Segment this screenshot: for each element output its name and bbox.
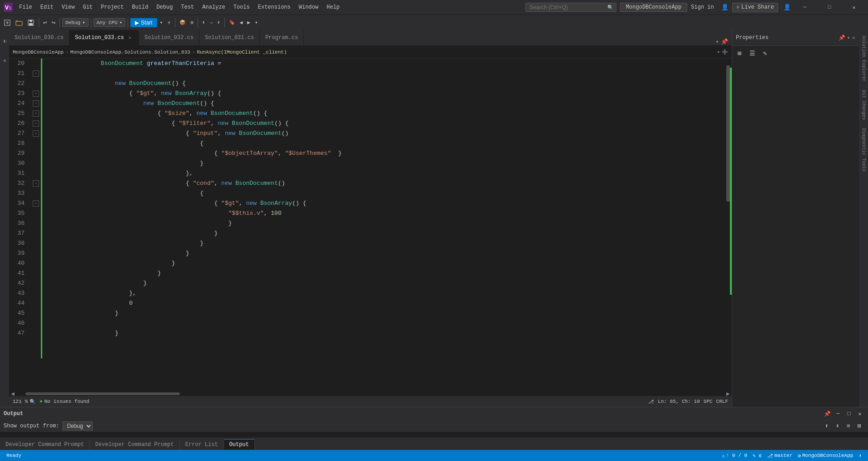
platform-dropdown[interactable]: Any CPU ▾ bbox=[94, 18, 126, 27]
menu-window[interactable]: Window bbox=[295, 3, 322, 11]
toolbar-step-over[interactable]: → bbox=[208, 19, 214, 26]
menu-help[interactable]: Help bbox=[323, 3, 343, 11]
attach-debugger[interactable]: ⚡ bbox=[165, 18, 173, 27]
output-pin[interactable]: 📌 bbox=[823, 409, 832, 418]
toolbar-bookmark-prev[interactable]: ◀ bbox=[238, 19, 245, 26]
output-close[interactable]: ✕ bbox=[855, 409, 864, 418]
breadcrumb-method[interactable]: RunAsync(IMongoClient _client) bbox=[197, 50, 287, 55]
menu-file[interactable]: File bbox=[15, 3, 36, 11]
menu-edit[interactable]: Edit bbox=[37, 3, 57, 11]
fold-icon-34[interactable]: − bbox=[33, 200, 39, 207]
tab-solution032[interactable]: Solution_032.cs bbox=[139, 30, 199, 45]
code-area[interactable]: BsonDocument greaterThanCriteria = new B… bbox=[42, 59, 725, 392]
breadcrumb-project[interactable]: MongoDBConsoleApp bbox=[13, 50, 64, 55]
output-icon-btn2[interactable]: ⬇ bbox=[833, 421, 843, 431]
solution-explorer-toggle[interactable]: Solution Explorer bbox=[860, 32, 867, 85]
toolbar-bookmark[interactable]: 🔖 bbox=[227, 19, 237, 26]
fold-icon-25[interactable]: − bbox=[33, 110, 39, 117]
sign-in-button[interactable]: Sign in bbox=[687, 3, 717, 11]
fold-icon-24[interactable]: − bbox=[33, 100, 39, 107]
fold-icon-26[interactable]: − bbox=[33, 120, 39, 127]
tab-dev-cmd-1[interactable]: Developer Command Prompt bbox=[0, 440, 90, 450]
editor-vscroll[interactable] bbox=[725, 59, 732, 392]
tab-solution033[interactable]: Solution_033.cs ✕ bbox=[69, 30, 139, 45]
tab-output[interactable]: Output bbox=[224, 439, 255, 450]
menu-build[interactable]: Build bbox=[128, 3, 152, 11]
close-button[interactable]: ✕ bbox=[843, 0, 864, 15]
toolbar-bookmark-more[interactable]: ▾ bbox=[253, 19, 260, 26]
editor-content: 20 21 22 23 24 25 26 27 28 29 30 31 32 3… bbox=[9, 59, 732, 392]
toolbar-redo[interactable]: ↪ bbox=[50, 18, 57, 27]
menu-test[interactable]: Test bbox=[178, 3, 198, 11]
breadcrumb-expand-icon[interactable]: ▾ bbox=[717, 49, 720, 55]
breadcrumb-close-icon[interactable]: ➕ bbox=[722, 49, 728, 55]
prop-grid-view[interactable]: ⊞ bbox=[734, 48, 745, 59]
toolbar-settings[interactable]: ⚙ bbox=[188, 19, 195, 26]
toolbar-save[interactable] bbox=[25, 18, 36, 27]
toolbar-publish[interactable]: 📦 bbox=[178, 19, 188, 26]
tab-program[interactable]: Program.cs bbox=[260, 30, 304, 45]
output-icon-btn1[interactable]: ⬆ bbox=[822, 421, 832, 431]
output-icon-btn3[interactable]: ≡ bbox=[843, 421, 853, 431]
minimize-button[interactable]: ─ bbox=[794, 0, 815, 15]
toolbar-step-out[interactable]: ⬆ bbox=[215, 19, 222, 26]
menu-project[interactable]: Project bbox=[97, 3, 127, 11]
output-source-select[interactable]: Debug bbox=[63, 421, 93, 431]
status-line-count[interactable]: ✎ 6 bbox=[750, 453, 764, 459]
menu-git[interactable]: Git bbox=[79, 3, 96, 11]
tab-list-icon[interactable]: ▾ bbox=[715, 38, 719, 45]
tab-error-list[interactable]: Error List bbox=[180, 440, 224, 450]
maximize-button[interactable]: □ bbox=[819, 0, 840, 15]
activity-explorer[interactable]: ◧ bbox=[0, 32, 9, 50]
menu-debug[interactable]: Debug bbox=[153, 3, 176, 11]
menu-analyze[interactable]: Analyze bbox=[198, 3, 228, 11]
git-status[interactable]: ⎇ bbox=[648, 399, 654, 405]
issues-indicator[interactable]: ● No issues found bbox=[40, 399, 89, 404]
tab-dev-cmd-2[interactable]: Developer Command Prompt bbox=[90, 440, 180, 450]
prop-pencil-icon[interactable]: ✎ bbox=[759, 48, 770, 59]
toolbar-step-into[interactable]: ⬇ bbox=[200, 19, 207, 26]
zoom-control[interactable]: 121 % 🔍 bbox=[13, 399, 36, 405]
start-button[interactable]: ▶ Start bbox=[130, 18, 157, 27]
output-icon-btn4[interactable]: ⊞ bbox=[854, 421, 864, 431]
status-ready[interactable]: Ready bbox=[4, 453, 24, 458]
tab-pin-icon[interactable]: 📌 bbox=[721, 38, 728, 45]
prop-list-view[interactable]: ☰ bbox=[747, 48, 758, 59]
live-share-button[interactable]: ⚡ Live Share bbox=[732, 3, 778, 12]
fold-icon-23[interactable]: − bbox=[33, 90, 39, 97]
start-split[interactable]: ▾ bbox=[158, 19, 165, 26]
toolbar-open[interactable] bbox=[14, 18, 25, 27]
horizontal-scrollbar[interactable]: ◀ ▶ bbox=[9, 392, 732, 396]
breadcrumb-class[interactable]: MongoDBConsoleApp.Solutions.Solution_033 bbox=[70, 50, 190, 55]
fold-icon-32[interactable]: − bbox=[33, 180, 39, 187]
status-project[interactable]: ⚙ MongoDBConsoleApp bbox=[795, 453, 856, 459]
output-maximize[interactable]: □ bbox=[844, 409, 853, 418]
git-changes-toggle[interactable]: Git Changes bbox=[860, 86, 867, 124]
line-num-39: 39 bbox=[9, 248, 28, 258]
output-minimize[interactable]: ─ bbox=[833, 409, 843, 418]
status-errors[interactable]: ⚠ ↑ 0 / 0 bbox=[719, 453, 750, 459]
status-expand[interactable]: ⬆ bbox=[856, 453, 864, 459]
hscroll-thumb[interactable] bbox=[25, 392, 180, 395]
tab-solution030[interactable]: Solution_030.cs bbox=[9, 30, 69, 45]
status-branch[interactable]: ⎇ master bbox=[764, 453, 795, 459]
toolbar-undo[interactable]: ↩ bbox=[41, 18, 49, 27]
menu-tools[interactable]: Tools bbox=[230, 3, 253, 11]
tab-solution031[interactable]: Solution_031.cs bbox=[199, 30, 260, 45]
fold-icon-21[interactable]: − bbox=[33, 70, 39, 77]
toolbar-sep2 bbox=[60, 18, 60, 27]
toolbar-bookmark-next[interactable]: ▶ bbox=[245, 19, 252, 26]
diagnostic-tools-toggle[interactable]: Diagnostic Tools bbox=[860, 124, 867, 175]
menu-view[interactable]: View bbox=[58, 3, 79, 11]
debug-mode-dropdown[interactable]: Debug ▾ bbox=[62, 18, 89, 27]
activity-data[interactable]: ⊞ bbox=[0, 52, 9, 70]
code-line-45: } bbox=[42, 308, 725, 318]
menu-extensions[interactable]: Extensions bbox=[254, 3, 294, 11]
fold-icon-27[interactable]: − bbox=[33, 130, 39, 137]
search-input[interactable] bbox=[526, 3, 616, 12]
properties-expand-icon[interactable]: ▾ bbox=[847, 35, 850, 41]
properties-close-icon[interactable]: ✕ bbox=[852, 35, 855, 41]
pin-icon[interactable]: 📌 bbox=[838, 35, 845, 41]
tab-close-solution033[interactable]: ✕ bbox=[127, 35, 133, 41]
toolbar-new-project[interactable] bbox=[2, 18, 13, 27]
